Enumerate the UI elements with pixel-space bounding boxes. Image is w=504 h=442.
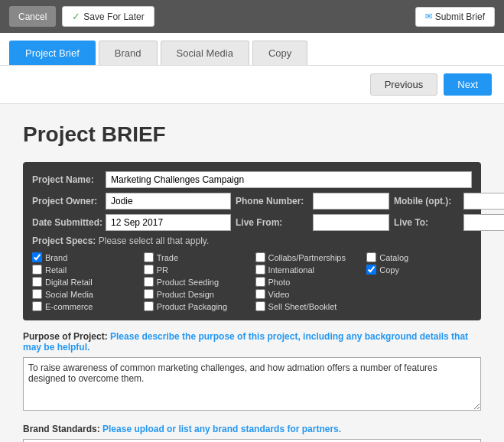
- next-button[interactable]: Next: [444, 73, 492, 96]
- specs-col-4: Catalog Copy: [366, 252, 472, 311]
- tab-social-media[interactable]: Social Media: [161, 41, 249, 65]
- project-name-row: Project Name:: [32, 171, 472, 188]
- live-from-input[interactable]: [313, 214, 389, 231]
- purpose-textarea[interactable]: To raise awareness of common marketing c…: [23, 357, 481, 411]
- spec-copy[interactable]: Copy: [366, 265, 472, 275]
- owner-row: Project Owner: Phone Number: Mobile (opt…: [32, 193, 472, 210]
- checkmark-icon: ✓: [72, 11, 80, 22]
- submit-brief-button[interactable]: ✉ Submit Brief: [415, 7, 495, 27]
- tab-brand[interactable]: Brand: [99, 41, 158, 65]
- nav-row: Previous Next: [0, 66, 504, 104]
- spec-sell-sheet[interactable]: Sell Sheet/Booklet: [255, 301, 361, 311]
- live-from-label: Live From:: [236, 217, 308, 228]
- mobile-label: Mobile (opt.):: [394, 196, 459, 206]
- brand-standards-textarea[interactable]: [23, 439, 481, 442]
- specs-col-1: Brand Retail Digital Retail Social Media…: [32, 252, 138, 311]
- spec-product-packaging[interactable]: Product Packaging: [144, 301, 249, 311]
- spec-social-media[interactable]: Social Media: [32, 289, 138, 299]
- project-specs-section: Project Specs: Please select all that ap…: [32, 236, 472, 311]
- spec-photo[interactable]: Photo: [255, 277, 361, 287]
- date-row: Date Submitted: Live From: Live To:: [32, 214, 472, 231]
- form-card: Project Name: Project Owner: Phone Numbe…: [23, 162, 481, 320]
- date-submitted-input[interactable]: [106, 214, 231, 231]
- specs-grid: Brand Retail Digital Retail Social Media…: [32, 252, 472, 311]
- brand-standards-label: Brand Standards: Please upload or list a…: [23, 424, 481, 434]
- specs-col-2: Trade PR Product Seeding Product Design …: [144, 252, 249, 311]
- phone-number-label: Phone Number:: [236, 196, 308, 206]
- purpose-label: Purpose of Project: Please describe the …: [23, 331, 481, 353]
- spec-trade[interactable]: Trade: [144, 252, 249, 262]
- spec-brand[interactable]: Brand: [32, 252, 138, 262]
- brand-standards-section: Brand Standards: Please upload or list a…: [23, 424, 481, 442]
- specs-col-3: Collabs/Partnerships International Photo…: [255, 252, 361, 311]
- project-name-label: Project Name:: [32, 174, 101, 185]
- spec-collabs[interactable]: Collabs/Partnerships: [255, 252, 361, 262]
- submit-label: Submit Brief: [435, 11, 485, 22]
- spec-retail[interactable]: Retail: [32, 265, 138, 275]
- project-owner-label: Project Owner:: [32, 196, 101, 206]
- tab-bar: Project Brief Brand Social Media Copy: [0, 33, 504, 66]
- top-bar: Cancel ✓ Save For Later ✉ Submit Brief: [0, 0, 504, 33]
- tab-project-brief[interactable]: Project Brief: [9, 41, 96, 65]
- spec-product-seeding[interactable]: Product Seeding: [144, 277, 249, 287]
- top-bar-left: Cancel ✓ Save For Later: [9, 6, 154, 27]
- email-icon: ✉: [425, 11, 432, 21]
- spec-digital-retail[interactable]: Digital Retail: [32, 277, 138, 287]
- spec-pr[interactable]: PR: [144, 265, 249, 275]
- cancel-button[interactable]: Cancel: [9, 6, 56, 27]
- top-bar-right: ✉ Submit Brief: [415, 7, 495, 27]
- page-title: Project BRIEF: [23, 122, 481, 147]
- spec-video[interactable]: Video: [255, 289, 361, 299]
- project-name-input[interactable]: [106, 171, 472, 188]
- spec-catalog[interactable]: Catalog: [366, 252, 472, 262]
- live-to-input[interactable]: [463, 214, 504, 231]
- previous-button[interactable]: Previous: [370, 73, 438, 96]
- save-label: Save For Later: [83, 11, 144, 22]
- spec-product-design[interactable]: Product Design: [144, 289, 249, 299]
- main-content: Project BRIEF Project Name: Project Owne…: [0, 104, 504, 442]
- date-submitted-label: Date Submitted:: [32, 217, 101, 228]
- spec-international[interactable]: International: [255, 265, 361, 275]
- specs-label: Project Specs: Please select all that ap…: [32, 236, 472, 246]
- phone-number-input[interactable]: [313, 193, 389, 210]
- spec-e-commerce[interactable]: E-commerce: [32, 301, 138, 311]
- purpose-section: Purpose of Project: Please describe the …: [23, 331, 481, 413]
- mobile-input[interactable]: [463, 193, 504, 210]
- project-owner-input[interactable]: [106, 193, 231, 210]
- live-to-label: Live To:: [394, 217, 459, 228]
- tab-copy[interactable]: Copy: [252, 41, 307, 65]
- save-for-later-button[interactable]: ✓ Save For Later: [62, 6, 154, 27]
